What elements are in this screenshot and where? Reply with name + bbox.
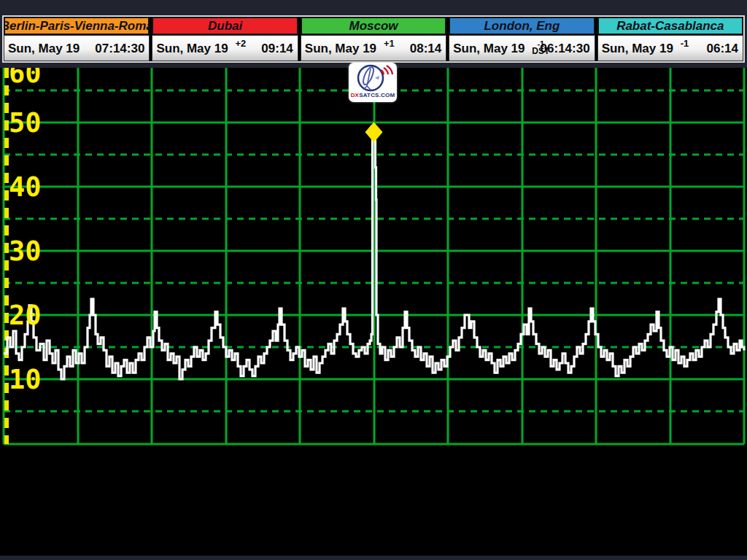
y-axis-tick-label: 50 bbox=[9, 107, 42, 139]
y-axis-tick-label: 60 bbox=[9, 68, 42, 89]
clock-column: Rabat-Casablanca Sun, May 19 -1 06:14 bbox=[597, 17, 743, 61]
clock-utc-offset: -1 bbox=[681, 38, 689, 49]
y-axis-tick-label: 10 bbox=[9, 364, 42, 395]
clock-datetime: Sun, May 19 07:14:30 bbox=[4, 35, 150, 61]
clock-column: Dubai Sun, May 19 +2 09:14 bbox=[152, 17, 300, 61]
clock-date: Sun, May 19 bbox=[156, 42, 228, 56]
clock-datetime: Sun, May 19 +2 09:14 bbox=[152, 35, 298, 61]
bottom-edge-strip bbox=[0, 556, 747, 560]
satellite-meter-screen: Berlin-Paris-Vienna-Roma Sun, May 19 07:… bbox=[0, 0, 747, 560]
clock-date: Sun, May 19 bbox=[602, 42, 673, 56]
clock-city-label: Moscow bbox=[301, 17, 446, 35]
clock-time: 09:14 bbox=[261, 42, 293, 56]
clock-city-label: Berlin-Paris-Vienna-Roma bbox=[4, 17, 150, 35]
clock-city-label: London, Eng bbox=[449, 17, 595, 35]
clock-utc-offset: +2 bbox=[235, 38, 246, 49]
clock-datetime: Sun, May 19 -1DST 06:14:30 bbox=[449, 35, 595, 61]
readout-bar: SP 100KHz 600 HzW 12501.010 MHz. Pwr 48.… bbox=[0, 448, 747, 556]
clock-time: 06:14:30 bbox=[541, 42, 590, 56]
spectrum-chart: 102030405060 bbox=[0, 68, 747, 448]
satellite-dish-icon bbox=[351, 63, 395, 93]
dxsatcs-logo: DXSATCS.COM bbox=[349, 63, 397, 102]
clock-column: Moscow Sun, May 19 +1 08:14 bbox=[301, 17, 449, 61]
y-axis-tick-label: 20 bbox=[9, 300, 42, 331]
topbar: Berlin-Paris-Vienna-Roma Sun, May 19 07:… bbox=[0, 0, 747, 68]
clock-city-label: Rabat-Casablanca bbox=[597, 17, 743, 35]
clock-time: 06:14 bbox=[707, 42, 738, 56]
clock-city-label: Dubai bbox=[152, 17, 298, 35]
logo-text: DXSATCS.COM bbox=[351, 92, 395, 98]
clock-date: Sun, May 19 bbox=[453, 42, 525, 56]
clock-date: Sun, May 19 bbox=[8, 42, 80, 56]
y-axis-tick-label: 40 bbox=[9, 171, 42, 203]
clock-column: Berlin-Paris-Vienna-Roma Sun, May 19 07:… bbox=[4, 17, 152, 61]
clock-date: Sun, May 19 bbox=[305, 42, 376, 56]
clock-time: 08:14 bbox=[410, 42, 441, 56]
clock-time: 07:14:30 bbox=[95, 42, 144, 56]
clock-utc-offset: +1 bbox=[384, 38, 395, 49]
peak-marker-diamond bbox=[365, 122, 383, 142]
clock-column: London, Eng Sun, May 19 -1DST 06:14:30 bbox=[449, 17, 597, 61]
clock-datetime: Sun, May 19 +1 08:14 bbox=[301, 35, 446, 61]
clock-datetime: Sun, May 19 -1 06:14 bbox=[597, 35, 743, 61]
spectrum-plot: 102030405060 bbox=[0, 68, 747, 448]
y-axis-tick-label: 30 bbox=[9, 236, 42, 267]
world-clock-bar: Berlin-Paris-Vienna-Roma Sun, May 19 07:… bbox=[2, 15, 745, 63]
